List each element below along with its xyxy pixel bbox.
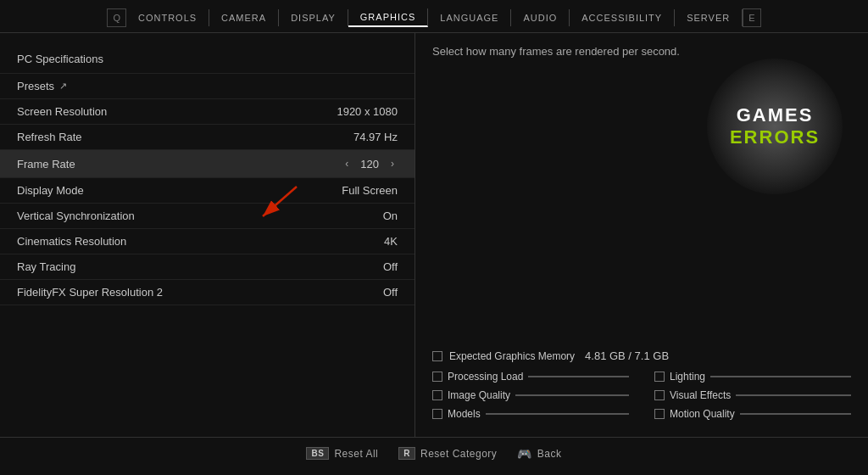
models-label: Models (448, 408, 481, 420)
fidelityfx-value: Off (383, 286, 398, 299)
nav-accessibility[interactable]: ACCESSIBILITY (570, 9, 675, 26)
frame-rate-value-container: ‹ 120 › (342, 156, 398, 171)
nav-camera[interactable]: CAMERA (209, 9, 279, 26)
vsync-value: On (383, 210, 398, 222)
lighting-label: Lighting (670, 371, 705, 383)
logo-errors-text: ERRORS (730, 126, 820, 148)
models-row: Models (432, 408, 629, 420)
right-panel: Select how many frames are rendered per … (415, 33, 868, 437)
models-checkbox[interactable] (432, 409, 442, 419)
cinematics-resolution-label: Cinematics Resolution (17, 235, 126, 248)
nav-bracket-left: Q (107, 8, 126, 27)
pc-specifications-row[interactable]: PC Specifications (0, 45, 415, 74)
lighting-bar (710, 376, 851, 377)
top-navigation: Q CONTROLS CAMERA DISPLAY GRAPHICS LANGU… (0, 0, 868, 33)
processing-load-row: Processing Load (432, 371, 629, 383)
bottom-bar: BS Reset All R Reset Category 🎮 Back (0, 437, 868, 469)
frame-rate-label: Frame Rate (17, 158, 75, 170)
visual-effects-checkbox[interactable] (654, 390, 665, 400)
back-label: Back (537, 448, 562, 460)
display-mode-row[interactable]: Display Mode Full Screen (0, 178, 415, 204)
processing-load-bar (528, 376, 629, 377)
lighting-checkbox[interactable] (654, 372, 665, 382)
motion-quality-row: Motion Quality (654, 408, 851, 420)
visual-effects-bar (736, 394, 851, 396)
nav-server[interactable]: SERVER (675, 9, 743, 26)
screen-resolution-label: Screen Resolution (17, 105, 107, 118)
image-quality-checkbox[interactable] (432, 390, 442, 400)
logo-games-text: GAMES (737, 104, 814, 126)
frame-rate-right-arrow[interactable]: › (387, 156, 398, 171)
nav-controls[interactable]: CONTROLS (126, 9, 209, 26)
frame-rate-left-arrow[interactable]: ‹ (342, 156, 352, 171)
checkboxes-section: Expected Graphics Memory 4.81 GB / 7.1 G… (432, 349, 851, 420)
reset-category-label: Reset Category (420, 448, 497, 460)
display-mode-label: Display Mode (17, 184, 84, 197)
motion-quality-checkbox[interactable] (654, 409, 665, 419)
memory-label: Expected Graphics Memory (449, 350, 575, 362)
presets-row[interactable]: Presets ↗ (0, 74, 415, 99)
settings-panel: PC Specifications Presets ↗ Screen Resol… (0, 33, 415, 437)
external-link-icon: ↗ (59, 81, 67, 92)
pc-spec-label: PC Specifications (17, 53, 103, 65)
logo-glow: GAMES ERRORS (707, 59, 843, 194)
image-quality-bar (515, 394, 629, 396)
visual-effects-label: Visual Effects (670, 389, 731, 401)
logo-container: GAMES ERRORS (707, 59, 843, 194)
refresh-rate-label: Refresh Rate (17, 131, 82, 143)
screen-resolution-value: 1920 x 1080 (337, 105, 398, 118)
memory-row: Expected Graphics Memory 4.81 GB / 7.1 G… (432, 349, 851, 362)
image-quality-row: Image Quality (432, 389, 629, 401)
frame-rate-row[interactable]: Frame Rate ‹ 120 › (0, 150, 415, 178)
lighting-row: Lighting (654, 371, 851, 383)
motion-quality-bar (740, 413, 851, 415)
fidelityfx-row[interactable]: FidelityFX Super Resolution 2 Off (0, 280, 415, 305)
main-content: PC Specifications Presets ↗ Screen Resol… (0, 33, 868, 437)
motion-quality-label: Motion Quality (670, 408, 735, 420)
back-button[interactable]: 🎮 Back (517, 447, 561, 461)
cinematics-resolution-value: 4K (384, 235, 398, 248)
reset-all-button[interactable]: BS Reset All (306, 447, 378, 460)
nav-bracket-right: E (743, 8, 760, 27)
nav-graphics[interactable]: GRAPHICS (348, 8, 428, 27)
vsync-row[interactable]: Vertical Synchronization On (0, 204, 415, 229)
performance-checks-grid: Processing Load Lighting Image Quality V… (432, 371, 851, 420)
reset-category-key: R (398, 447, 415, 460)
presets-label: Presets (17, 80, 54, 92)
memory-value: 4.81 GB / 7.1 GB (585, 349, 669, 362)
memory-checkbox[interactable] (432, 351, 442, 361)
frame-rate-value: 120 (360, 158, 379, 170)
vsync-label: Vertical Synchronization (17, 210, 135, 222)
ray-tracing-value: Off (383, 260, 398, 273)
display-mode-value: Full Screen (342, 184, 398, 197)
processing-load-label: Processing Load (448, 371, 523, 383)
models-bar (486, 413, 629, 415)
setting-description: Select how many frames are rendered per … (432, 45, 851, 58)
fidelityfx-label: FidelityFX Super Resolution 2 (17, 286, 163, 299)
nav-language[interactable]: LANGUAGE (428, 9, 511, 26)
ray-tracing-label: Ray Tracing (17, 260, 75, 273)
refresh-rate-value: 74.97 Hz (353, 131, 398, 143)
screen-resolution-row[interactable]: Screen Resolution 1920 x 1080 (0, 99, 415, 125)
nav-audio[interactable]: AUDIO (511, 9, 570, 26)
controller-icon: 🎮 (517, 447, 532, 461)
reset-all-label: Reset All (334, 448, 378, 460)
ray-tracing-row[interactable]: Ray Tracing Off (0, 254, 415, 280)
visual-effects-row: Visual Effects (654, 389, 851, 401)
processing-load-checkbox[interactable] (432, 372, 442, 382)
reset-all-key: BS (306, 447, 329, 460)
cinematics-resolution-row[interactable]: Cinematics Resolution 4K (0, 229, 415, 254)
image-quality-label: Image Quality (448, 389, 510, 401)
refresh-rate-row[interactable]: Refresh Rate 74.97 Hz (0, 125, 415, 150)
nav-display[interactable]: DISPLAY (279, 9, 348, 26)
reset-category-button[interactable]: R Reset Category (398, 447, 497, 460)
